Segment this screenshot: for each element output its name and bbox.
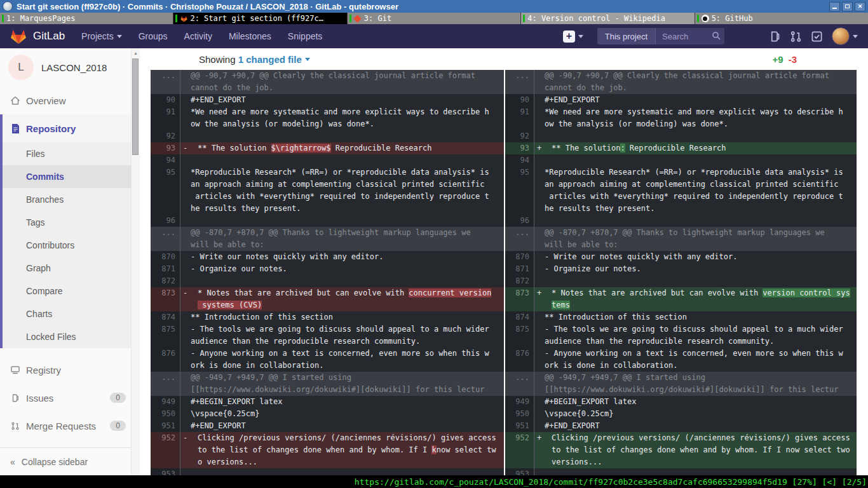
line-number[interactable]: 873 bbox=[151, 287, 180, 311]
merge-request-icon[interactable] bbox=[790, 30, 802, 43]
diff-row: 92 bbox=[505, 130, 857, 142]
line-number[interactable]: 93 bbox=[151, 142, 180, 154]
restore-icon[interactable] bbox=[842, 2, 853, 11]
code-line-content: -** The solution $\rightarrow$ Reproduci… bbox=[180, 142, 504, 154]
line-number[interactable]: 952 bbox=[151, 432, 180, 468]
sidebar-item-issues[interactable]: Issues 0 bbox=[0, 384, 140, 412]
diff-row: 875- The tools we are going to discuss s… bbox=[151, 323, 504, 348]
diff-row: 91*We need are more systematic and more … bbox=[505, 106, 857, 130]
line-number[interactable]: 951 bbox=[151, 420, 180, 432]
line-number[interactable]: 876 bbox=[151, 348, 180, 372]
diff-row: 94 bbox=[505, 154, 857, 166]
line-number[interactable]: 874 bbox=[505, 311, 534, 323]
browser-tab-3[interactable]: 3: Git bbox=[347, 13, 520, 24]
minimize-icon[interactable] bbox=[829, 2, 840, 11]
line-number[interactable]: 96 bbox=[505, 215, 534, 227]
scroll-up-icon[interactable]: ▲ bbox=[132, 48, 140, 57]
browser-tab-2-active[interactable]: 2: Start git section (ff927c… bbox=[173, 13, 346, 24]
sidebar-item-repository[interactable]: Repository bbox=[3, 114, 140, 142]
line-number[interactable]: 94 bbox=[505, 154, 534, 166]
diff-row: 952+Clicking /previous versions/ (/ancie… bbox=[505, 432, 857, 468]
diff-row: 876- Anyone working on a text is concern… bbox=[151, 348, 504, 372]
nav-snippets[interactable]: Snippets bbox=[288, 31, 322, 41]
line-number[interactable]: 92 bbox=[151, 130, 180, 142]
sidebar-item-compare[interactable]: Compare bbox=[3, 280, 140, 302]
word-diff-highlight: tems bbox=[552, 301, 570, 309]
word-diff-highlight: k bbox=[431, 445, 436, 454]
close-icon[interactable]: ✕ bbox=[855, 2, 865, 11]
diff-row: 96 bbox=[505, 215, 857, 227]
diff-row: 950\vspace{0.25cm} bbox=[505, 408, 857, 420]
code-line-content: ** Introduction of this section bbox=[534, 311, 857, 323]
collapse-sidebar-button[interactable]: « Collapse sidebar bbox=[0, 447, 140, 475]
line-number[interactable]: 874 bbox=[151, 311, 180, 323]
line-number[interactable]: 870 bbox=[505, 251, 534, 263]
line-number[interactable]: 953 bbox=[505, 468, 534, 475]
line-number[interactable]: 950 bbox=[505, 408, 534, 420]
line-number[interactable]: 949 bbox=[505, 396, 534, 408]
line-number[interactable]: 950 bbox=[151, 408, 180, 420]
window-titlebar: Start git section (ff927c0b) · Commits ·… bbox=[0, 0, 868, 13]
browser-tab-1[interactable]: 1: MarquesPages bbox=[0, 13, 173, 24]
sidebar-item-files[interactable]: Files bbox=[3, 142, 140, 165]
line-number[interactable]: 871 bbox=[151, 263, 180, 275]
sidebar-item-overview[interactable]: Overview bbox=[0, 86, 140, 114]
gitlab-logo[interactable]: GitLab bbox=[10, 29, 65, 44]
line-number[interactable]: 96 bbox=[151, 215, 180, 227]
user-menu[interactable] bbox=[832, 27, 858, 45]
sidebar-item-registry[interactable]: Registry bbox=[0, 356, 140, 384]
line-number[interactable]: 875 bbox=[505, 323, 534, 348]
new-menu-button[interactable]: + bbox=[563, 30, 583, 43]
issues-icon[interactable] bbox=[769, 30, 781, 43]
line-number[interactable]: 91 bbox=[505, 106, 534, 130]
changed-file-dropdown[interactable]: 1 changed file bbox=[238, 54, 310, 65]
sidebar-item-charts[interactable]: Charts bbox=[3, 302, 140, 325]
browser-tab-4[interactable]: 4: Version control - Wikipedia bbox=[520, 13, 694, 24]
nav-activity[interactable]: Activity bbox=[184, 31, 212, 41]
line-number[interactable]: 90 bbox=[505, 94, 534, 106]
line-number[interactable]: 876 bbox=[505, 348, 534, 372]
sidebar-scrollbar[interactable]: ▲ bbox=[131, 48, 140, 475]
sidebar-item-locked-files[interactable]: Locked Files bbox=[3, 325, 140, 348]
browser-tab-5[interactable]: 5: GitHub bbox=[695, 13, 868, 24]
collapse-icon: « bbox=[10, 457, 15, 467]
line-number[interactable]: 94 bbox=[151, 154, 180, 166]
project-header[interactable]: L LASCON_2018 bbox=[0, 48, 140, 86]
code-line-content: - The tools we are going to discuss shou… bbox=[180, 323, 504, 348]
sidebar-item-tags[interactable]: Tags bbox=[3, 211, 140, 234]
sidebar-item-merge-requests[interactable]: Merge Requests 0 bbox=[0, 412, 140, 440]
sidebar-item-graph[interactable]: Graph bbox=[3, 257, 140, 280]
nav-milestones[interactable]: Milestones bbox=[229, 31, 271, 41]
line-number[interactable]: 92 bbox=[505, 130, 534, 142]
line-number[interactable]: 872 bbox=[151, 275, 180, 287]
line-number[interactable]: 90 bbox=[151, 94, 180, 106]
line-number[interactable]: 872 bbox=[505, 275, 534, 287]
diff-row: ...@@ -90,7 +90,7 @@ Clearly the classic… bbox=[505, 70, 857, 94]
sidebar-item-commits[interactable]: Commits bbox=[3, 165, 140, 188]
page-body: L LASCON_2018 Overview Repository Files bbox=[0, 48, 868, 475]
line-number[interactable]: 952 bbox=[505, 432, 534, 468]
line-number[interactable]: 953 bbox=[151, 468, 180, 475]
sidebar-item-branches[interactable]: Branches bbox=[3, 188, 140, 211]
line-number[interactable]: 949 bbox=[151, 396, 180, 408]
line-number[interactable]: 93 bbox=[505, 142, 534, 154]
line-number[interactable]: 871 bbox=[505, 263, 534, 275]
line-number[interactable]: 91 bbox=[151, 106, 180, 130]
todo-check-icon[interactable] bbox=[811, 30, 823, 43]
line-number[interactable]: 875 bbox=[151, 323, 180, 348]
nav-projects[interactable]: Projects bbox=[81, 31, 122, 41]
line-number[interactable]: 95 bbox=[505, 166, 534, 215]
diff-row: 875- The tools we are going to discuss s… bbox=[505, 323, 857, 348]
search-scope-badge[interactable]: This project bbox=[597, 28, 656, 44]
gitlab-fox-icon bbox=[180, 15, 187, 22]
hunk-gutter: ... bbox=[151, 70, 180, 94]
code-line-content bbox=[534, 468, 857, 475]
line-number[interactable]: 951 bbox=[505, 420, 534, 432]
line-number[interactable]: 95 bbox=[151, 166, 180, 215]
sidebar-item-contributors[interactable]: Contributors bbox=[3, 234, 140, 257]
issues-icon bbox=[10, 393, 20, 403]
scrollbar-thumb[interactable] bbox=[132, 58, 139, 155]
line-number[interactable]: 870 bbox=[151, 251, 180, 263]
line-number[interactable]: 873 bbox=[505, 287, 534, 311]
nav-groups[interactable]: Groups bbox=[139, 31, 168, 41]
